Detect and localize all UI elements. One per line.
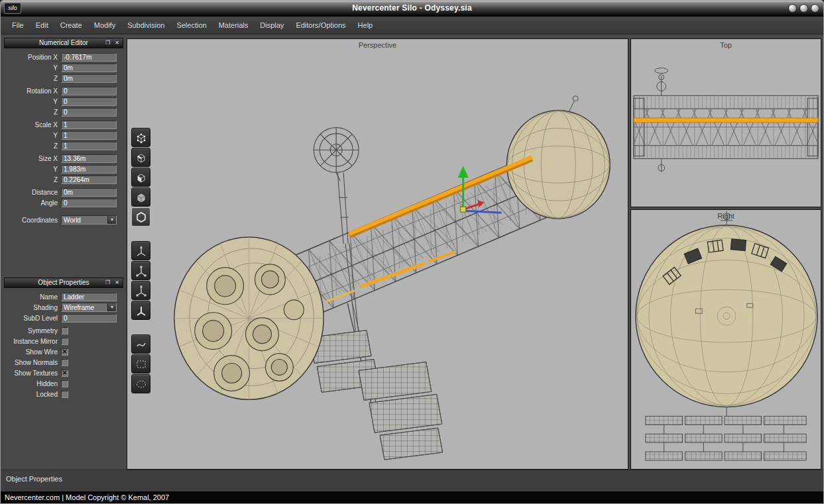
menu-item-display[interactable]: Display <box>254 18 290 32</box>
size-y-field[interactable] <box>61 165 117 174</box>
maximize-button[interactable] <box>799 4 808 13</box>
coordinates-dropdown[interactable]: World ▼ <box>61 215 117 225</box>
field-label: Scale X <box>4 121 61 128</box>
coordinates-value: World <box>64 217 81 224</box>
workspace: Numerical Editor ❐ ✕ Position X Y Z Rota… <box>1 34 823 468</box>
field-label: Hidden <box>4 380 61 387</box>
edge-mode-button[interactable] <box>131 148 150 167</box>
top-canvas[interactable] <box>631 39 821 207</box>
field-label: Y <box>4 64 61 72</box>
scale-z-field[interactable] <box>61 142 117 150</box>
field-label: Position X <box>4 54 61 61</box>
rotation-z-field[interactable] <box>61 108 117 117</box>
symmetry-checkbox[interactable] <box>61 327 68 334</box>
menu-item-selection[interactable]: Selection <box>170 18 212 32</box>
panel-detach-icon[interactable]: ❐ <box>104 39 111 47</box>
menu-item-modify[interactable]: Modify <box>88 18 121 32</box>
toolbar-spacer <box>131 227 150 240</box>
chevron-down-icon[interactable]: ▼ <box>107 303 116 311</box>
field-label: Name <box>4 293 61 301</box>
position-z-field[interactable] <box>61 74 117 83</box>
object-properties-panel: Object Properties ❐ ✕ Name Shading Wiref… <box>4 277 123 399</box>
field-label: Z <box>4 75 61 82</box>
show-textures-checkbox[interactable]: ✕ <box>61 370 68 377</box>
radar-dish <box>314 128 359 181</box>
scale-x-field[interactable] <box>61 121 117 129</box>
locked-checkbox[interactable] <box>61 391 68 398</box>
field-label: Instance Mirror <box>4 338 61 345</box>
right-viewport[interactable]: Right <box>630 209 821 470</box>
rect-select-button[interactable] <box>131 354 150 374</box>
size-x-field[interactable] <box>61 154 117 163</box>
field-label: SubD Level <box>4 315 61 322</box>
status-text: Object Properties <box>6 475 62 483</box>
paint-select-button[interactable] <box>131 334 150 354</box>
top-viewport[interactable]: Top <box>630 38 821 207</box>
perspective-canvas[interactable] <box>127 39 628 469</box>
perspective-viewport[interactable]: Perspective <box>127 38 628 470</box>
position-y-field[interactable] <box>61 64 117 72</box>
rotation-x-field[interactable] <box>61 87 117 95</box>
lasso-select-button[interactable] <box>131 374 150 393</box>
close-button[interactable] <box>811 4 819 13</box>
angle-field[interactable] <box>61 199 117 207</box>
field-label: Rotation X <box>4 87 61 95</box>
hidden-checkbox[interactable] <box>61 380 68 387</box>
right-canvas[interactable] <box>631 210 821 469</box>
face-mode-button[interactable] <box>131 168 150 187</box>
numerical-editor-header[interactable]: Numerical Editor ❐ ✕ <box>4 38 123 48</box>
chevron-down-icon[interactable]: ▼ <box>107 216 116 224</box>
object-name-field[interactable] <box>61 293 117 301</box>
vertex-mode-button[interactable] <box>131 128 150 147</box>
numerical-editor-panel: Numerical Editor ❐ ✕ Position X Y Z Rota… <box>4 38 123 225</box>
copyright-bar: Nevercenter.com | Model Copyright © Kema… <box>1 491 823 504</box>
menu-item-file[interactable]: File <box>6 18 30 32</box>
show-normals-checkbox[interactable] <box>61 359 68 366</box>
field-label: Y <box>4 166 61 173</box>
menu-item-create[interactable]: Create <box>54 18 88 32</box>
instance-mirror-checkbox[interactable] <box>61 338 68 345</box>
menu-item-materials[interactable]: Materials <box>213 18 255 32</box>
rotate-tool-button[interactable] <box>131 261 150 280</box>
copyright-text: Nevercenter.com | Model Copyright © Kema… <box>5 493 169 501</box>
window-controls <box>788 4 819 13</box>
field-label: Coordinates <box>4 217 61 224</box>
menu-item-editors-options[interactable]: Editors/Options <box>290 18 351 32</box>
menu-item-subdivision[interactable]: Subdivision <box>121 18 170 32</box>
solar-array-rows <box>646 407 806 460</box>
field-label: Shading <box>4 304 61 311</box>
size-z-field[interactable] <box>61 176 117 184</box>
engine-section <box>174 237 324 399</box>
window-title: Nevercenter Silo - Odyssey.sia <box>1 3 823 13</box>
object-mode-button[interactable] <box>131 207 150 227</box>
field-label: Z <box>4 176 61 183</box>
viewport-toolbar <box>131 128 150 393</box>
object-properties-header[interactable]: Object Properties ❐ ✕ <box>4 277 123 288</box>
show-wire-checkbox[interactable]: ✕ <box>61 348 68 356</box>
shading-value: Wireframe <box>64 304 94 311</box>
viewport-label: Right <box>631 212 821 220</box>
title-bar[interactable]: silo Nevercenter Silo - Odyssey.sia <box>1 1 823 17</box>
position-x-field[interactable] <box>61 53 117 62</box>
status-bar: Object Properties <box>1 470 823 491</box>
move-tool-button[interactable] <box>131 241 150 260</box>
shading-dropdown[interactable]: Wireframe ▼ <box>61 303 117 312</box>
multi-mode-button[interactable] <box>131 187 150 207</box>
panel-detach-icon[interactable]: ❐ <box>104 279 111 287</box>
menu-item-edit[interactable]: Edit <box>30 18 54 32</box>
field-label: Size X <box>4 155 61 162</box>
habitat-drum <box>506 96 610 219</box>
distance-field[interactable] <box>61 188 117 197</box>
minimize-button[interactable] <box>788 4 797 13</box>
panel-close-icon[interactable]: ✕ <box>113 279 121 287</box>
scale-y-field[interactable] <box>61 131 117 140</box>
menu-item-help[interactable]: Help <box>352 18 379 32</box>
toolbar-spacer <box>131 321 150 334</box>
panel-close-icon[interactable]: ✕ <box>113 39 121 47</box>
subd-level-field[interactable] <box>61 314 117 323</box>
field-label: Show Normals <box>4 359 61 366</box>
scale-tool-button[interactable] <box>131 281 150 300</box>
rotation-y-field[interactable] <box>61 97 117 106</box>
axis-tool-button[interactable] <box>131 301 150 320</box>
field-label: Angle <box>4 199 61 207</box>
